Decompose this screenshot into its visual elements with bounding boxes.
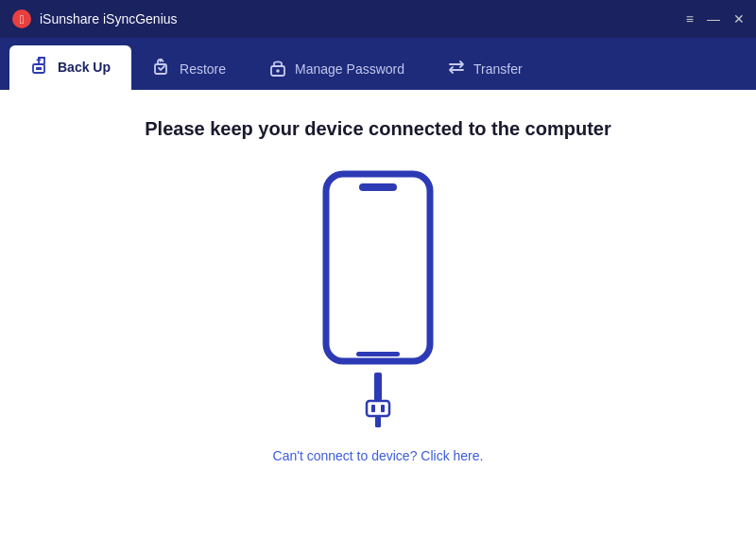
usb-cable-icon (357, 373, 399, 427)
window-controls: ≡ — ✕ (686, 12, 745, 26)
tab-backup[interactable]: Back Up (9, 45, 131, 90)
svg-rect-11 (367, 401, 389, 416)
menu-button[interactable]: ≡ (686, 12, 694, 26)
titlebar:  iSunshare iSyncGenius ≡ — ✕ (0, 0, 756, 38)
close-button[interactable]: ✕ (733, 12, 745, 26)
main-title: Please keep your device connected to the… (145, 118, 611, 140)
tab-restore-label: Restore (180, 61, 226, 77)
tab-transfer[interactable]: Transfer (425, 47, 543, 90)
tab-manage-password-label: Manage Password (295, 61, 404, 77)
tab-manage-password[interactable]: Manage Password (247, 47, 425, 90)
tab-transfer-label: Transfer (473, 61, 523, 77)
main-content: Please keep your device connected to the… (0, 90, 756, 538)
phone-icon (317, 166, 439, 374)
titlebar-left:  iSunshare iSyncGenius (11, 9, 178, 29)
backup-icon (30, 55, 51, 78)
svg-text::  (20, 12, 25, 26)
transfer-icon (446, 57, 467, 80)
tab-restore[interactable]: Restore (131, 47, 247, 90)
app-logo-icon:  (11, 9, 32, 29)
svg-point-6 (276, 69, 280, 73)
svg-rect-7 (326, 174, 430, 361)
tabbar: Back Up Restore Manage Password (0, 38, 756, 90)
manage-password-icon (267, 57, 288, 80)
svg-rect-12 (371, 405, 375, 412)
connect-help-link[interactable]: Can't connect to device? Click here. (273, 448, 484, 463)
svg-rect-14 (375, 416, 381, 427)
device-illustration (317, 166, 439, 427)
svg-rect-8 (359, 183, 397, 191)
svg-rect-13 (381, 405, 385, 412)
app-title: iSunshare iSyncGenius (40, 11, 178, 26)
minimize-button[interactable]: — (707, 12, 720, 26)
svg-rect-9 (356, 352, 400, 356)
tab-backup-label: Back Up (58, 60, 111, 75)
restore-icon (152, 57, 173, 80)
svg-rect-10 (374, 373, 382, 401)
svg-rect-3 (36, 67, 42, 70)
